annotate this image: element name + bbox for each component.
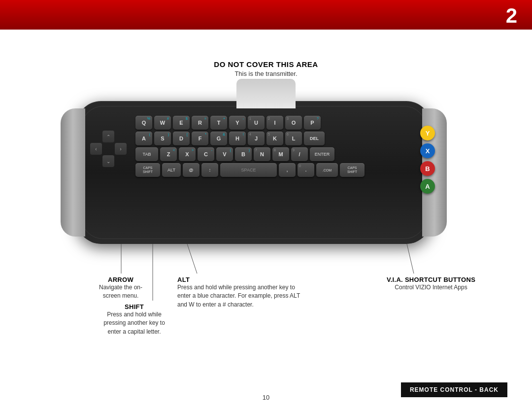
key-del[interactable]: DEL bbox=[304, 132, 325, 145]
svg-line-2 bbox=[187, 244, 197, 274]
transmitter-label: DO NOT COVER THIS AREA This is the trans… bbox=[214, 59, 318, 78]
annotation-alt: ALT Press and hold while pressing anothe… bbox=[177, 276, 300, 309]
key-period[interactable]: 0. bbox=[298, 163, 314, 177]
keyboard-row-3: TAB <Z >X -C (V )B 7N 8M 9/ ENTER bbox=[135, 147, 417, 161]
transmitter-title: DO NOT COVER THIS AREA bbox=[214, 59, 318, 69]
keyboard-row-4: CAPSSHIFT ALT @ : SPACE , 0. .COM CAPSSH… bbox=[135, 163, 417, 177]
key-m[interactable]: 8M bbox=[272, 147, 289, 161]
key-a[interactable]: (A bbox=[135, 132, 152, 145]
key-caps-left[interactable]: CAPSSHIFT bbox=[135, 163, 160, 177]
key-d[interactable]: [D bbox=[173, 132, 190, 145]
header-bar: 2 bbox=[0, 0, 532, 30]
key-g[interactable]: &G bbox=[210, 132, 227, 145]
key-comma[interactable]: , bbox=[279, 163, 296, 177]
key-r[interactable]: =R bbox=[192, 116, 208, 130]
via-b-button[interactable]: B bbox=[420, 161, 435, 176]
arrow-up-button[interactable]: ⌃ bbox=[102, 131, 114, 142]
key-caps-right[interactable]: CAPSSHIFT bbox=[340, 163, 365, 177]
key-i[interactable]: 2I bbox=[266, 116, 283, 130]
via-x-button[interactable]: X bbox=[420, 143, 435, 158]
key-h[interactable]: !H bbox=[229, 132, 246, 145]
key-q[interactable]: %Q bbox=[135, 116, 152, 130]
arrow-down-button[interactable]: ⌄ bbox=[102, 155, 114, 167]
key-u[interactable]: 1U bbox=[248, 116, 265, 130]
annotation-arrow-title: ARROW bbox=[91, 276, 150, 283]
key-j[interactable]: 4J bbox=[248, 132, 265, 145]
annotation-via: V.I.A. SHORTCUT BUTTONS Control VIZIO In… bbox=[384, 276, 478, 292]
key-n[interactable]: 7N bbox=[254, 147, 270, 161]
key-v[interactable]: (V bbox=[216, 147, 233, 161]
via-y-button[interactable]: Y bbox=[420, 126, 435, 140]
key-l[interactable]: 6L bbox=[285, 132, 302, 145]
key-p[interactable]: ?P bbox=[304, 116, 321, 130]
key-t[interactable]: +T bbox=[210, 116, 227, 130]
annotation-via-text: Control VIZIO Internet Apps bbox=[384, 283, 478, 292]
key-colon[interactable]: : bbox=[201, 163, 218, 177]
annotation-arrow: ARROW Navigate the on-screen menu. bbox=[91, 276, 150, 301]
key-e[interactable]: $E bbox=[173, 116, 190, 130]
key-tab[interactable]: TAB bbox=[135, 147, 158, 161]
annotation-alt-title: ALT bbox=[177, 276, 300, 283]
svg-line-3 bbox=[407, 244, 414, 274]
key-b[interactable]: )B bbox=[235, 147, 252, 161]
key-o[interactable]: 3O bbox=[285, 116, 302, 130]
key-w[interactable]: #W bbox=[154, 116, 171, 130]
via-a-button[interactable]: A bbox=[420, 179, 435, 194]
annotation-alt-text: Press and hold while pressing another ke… bbox=[177, 283, 300, 309]
transmitter-bump bbox=[236, 79, 296, 108]
annotation-shift-text: Press and hold while pressing another ke… bbox=[96, 310, 172, 336]
keyboard-row-1: %Q #W $E =R +T -Y 1U 2I 3O ?P bbox=[135, 116, 417, 130]
key-x[interactable]: >X bbox=[179, 147, 196, 161]
annotation-shift: SHIFT Press and hold while pressing anot… bbox=[96, 303, 172, 336]
keyboard-area: %Q #W $E =R +T -Y 1U 2I 3O ?P (A )S [D *… bbox=[135, 116, 417, 179]
via-buttons: Y X B A bbox=[420, 126, 435, 194]
annotation-shift-title: SHIFT bbox=[96, 303, 172, 310]
annotation-arrow-text: Navigate the on-screen menu. bbox=[91, 283, 150, 301]
key-c[interactable]: -C bbox=[198, 147, 214, 161]
key-f[interactable]: *F bbox=[192, 132, 208, 145]
arrow-pad: ⌃ ⌄ ‹ › bbox=[90, 131, 127, 167]
key-dotcom[interactable]: .COM bbox=[316, 163, 338, 177]
left-cap bbox=[61, 108, 85, 237]
transmitter-subtitle: This is the transmitter. bbox=[214, 69, 318, 78]
key-y[interactable]: -Y bbox=[229, 116, 246, 130]
key-s[interactable]: )S bbox=[154, 132, 171, 145]
key-space[interactable]: SPACE bbox=[220, 163, 277, 177]
footer-label: REMOTE CONTROL - BACK bbox=[401, 382, 507, 397]
key-enter[interactable]: ENTER bbox=[310, 147, 334, 161]
annotation-via-title: V.I.A. SHORTCUT BUTTONS bbox=[384, 276, 478, 283]
arrow-left-button[interactable]: ‹ bbox=[90, 143, 102, 155]
arrow-right-button[interactable]: › bbox=[115, 143, 127, 155]
page-number: 2 bbox=[506, 4, 517, 28]
remote-body: ⌃ ⌄ ‹ › %Q #W $E =R +T -Y 1U 2I 3O ?P (A… bbox=[76, 101, 431, 244]
key-alt[interactable]: ALT bbox=[162, 163, 181, 177]
page-num-bottom: 10 bbox=[263, 394, 269, 401]
key-k[interactable]: 5K bbox=[266, 132, 283, 145]
key-z[interactable]: <Z bbox=[160, 147, 177, 161]
key-at[interactable]: @ bbox=[183, 163, 200, 177]
key-slash[interactable]: 9/ bbox=[291, 147, 308, 161]
keyboard-row-2: (A )S [D *F &G !H 4J 5K 6L DEL bbox=[135, 132, 417, 145]
